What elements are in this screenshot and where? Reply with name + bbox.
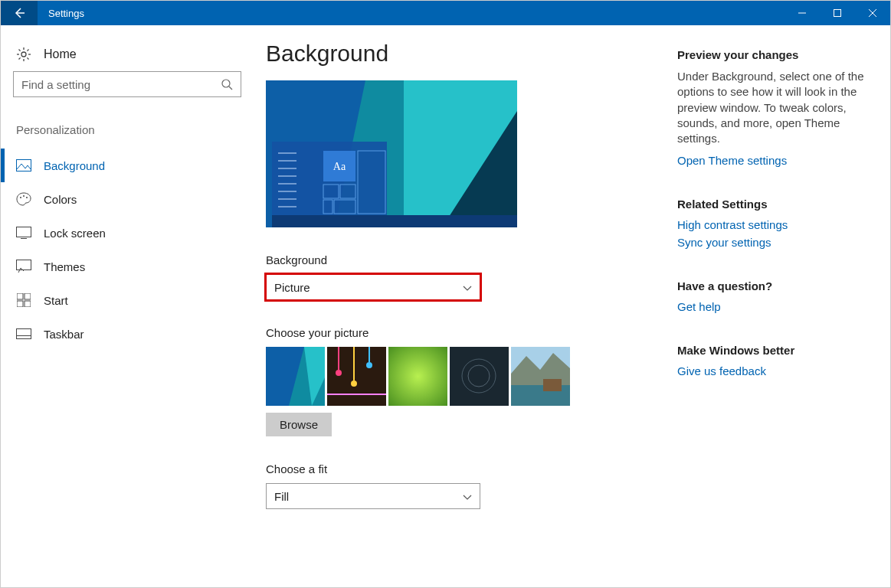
back-button[interactable]: [1, 1, 38, 25]
svg-line-9: [19, 50, 21, 51]
svg-point-54: [336, 370, 342, 376]
sidebar-item-label: Background: [44, 159, 105, 172]
sidebar-item-colors[interactable]: Colors: [13, 182, 241, 216]
picture-thumb-1[interactable]: [266, 347, 325, 406]
svg-point-16: [20, 197, 21, 198]
titlebar: Settings: [1, 1, 890, 25]
svg-rect-19: [17, 227, 31, 237]
maximize-button[interactable]: [820, 1, 855, 25]
sidebar-item-label: Colors: [44, 193, 77, 206]
svg-rect-67: [543, 379, 562, 391]
svg-point-4: [21, 52, 26, 57]
sidebar-item-lockscreen[interactable]: Lock screen: [13, 216, 241, 250]
picture-thumbnails: [266, 347, 677, 406]
start-icon: [16, 292, 31, 308]
svg-point-17: [23, 195, 25, 197]
picture-thumb-4[interactable]: [450, 347, 509, 406]
search-icon: [221, 78, 233, 90]
maximize-icon: [833, 8, 842, 18]
monitor-icon: [16, 225, 31, 240]
sidebar-item-label: Lock screen: [44, 227, 106, 240]
svg-rect-15: [17, 160, 31, 172]
svg-line-11: [27, 50, 28, 51]
picture-thumb-2[interactable]: [327, 347, 386, 406]
svg-line-12: [19, 57, 21, 59]
sidebar-item-label: Themes: [44, 260, 85, 273]
svg-rect-25: [25, 301, 31, 307]
sidebar-item-taskbar[interactable]: Taskbar: [13, 317, 241, 351]
svg-rect-60: [388, 347, 447, 406]
open-theme-settings-link[interactable]: Open Theme settings: [677, 154, 872, 167]
home-label: Home: [44, 47, 77, 61]
minimize-button[interactable]: [785, 1, 820, 25]
main-content: Background Aa: [254, 25, 677, 587]
sidebar: Home Find a setting Personalization Back…: [1, 25, 254, 587]
svg-rect-23: [25, 293, 31, 299]
sidebar-item-background[interactable]: Background: [13, 149, 241, 182]
sidebar-item-start[interactable]: Start: [13, 283, 241, 317]
picture-thumb-3[interactable]: [388, 347, 447, 406]
svg-rect-1: [834, 10, 841, 17]
svg-rect-26: [17, 329, 31, 339]
fit-dropdown[interactable]: Fill: [266, 483, 480, 509]
related-heading: Related Settings: [677, 198, 872, 211]
svg-line-10: [27, 57, 28, 59]
svg-point-13: [222, 80, 230, 87]
background-label: Background: [266, 253, 677, 266]
chevron-down-icon: [463, 490, 472, 503]
page-title: Background: [266, 41, 677, 67]
svg-point-58: [366, 362, 372, 368]
svg-rect-52: [327, 347, 386, 406]
preview-heading: Preview your changes: [677, 48, 872, 61]
choose-picture-label: Choose your picture: [266, 326, 677, 339]
window-title: Settings: [38, 8, 84, 19]
home-nav[interactable]: Home: [13, 42, 241, 71]
question-heading: Have a question?: [677, 279, 872, 292]
svg-point-56: [351, 381, 357, 387]
desktop-preview: Aa: [266, 80, 517, 227]
taskbar-icon: [16, 326, 31, 341]
feedback-link[interactable]: Give us feedback: [677, 364, 872, 377]
svg-rect-24: [17, 301, 23, 307]
palette-icon: [16, 191, 31, 207]
sync-settings-link[interactable]: Sync your settings: [677, 236, 872, 249]
svg-rect-34: [272, 215, 517, 227]
picture-icon: [16, 158, 31, 173]
search-input[interactable]: Find a setting: [13, 71, 241, 97]
gear-icon: [16, 47, 31, 62]
get-help-link[interactable]: Get help: [677, 300, 872, 313]
minimize-icon: [798, 8, 807, 18]
svg-rect-61: [450, 347, 509, 406]
background-dropdown[interactable]: Picture: [266, 274, 480, 300]
sidebar-item-themes[interactable]: Themes: [13, 250, 241, 283]
fit-dropdown-value: Fill: [274, 490, 289, 503]
arrow-left-icon: [13, 7, 25, 19]
right-panel: Preview your changes Under Background, s…: [677, 25, 890, 587]
settings-window: Settings Home Find a setting: [0, 0, 891, 588]
brush-icon: [16, 259, 31, 274]
preview-sample-text: Aa: [333, 161, 346, 172]
preview-description: Under Background, select one of the opti…: [677, 69, 872, 146]
picture-thumb-5[interactable]: [511, 347, 570, 406]
high-contrast-link[interactable]: High contrast settings: [677, 218, 872, 231]
browse-button[interactable]: Browse: [266, 413, 332, 436]
section-label: Personalization: [13, 119, 241, 149]
background-dropdown-value: Picture: [274, 281, 310, 294]
svg-line-14: [229, 87, 232, 90]
svg-rect-21: [17, 260, 31, 270]
chevron-down-icon: [463, 281, 472, 294]
svg-rect-27: [17, 336, 31, 339]
choose-fit-label: Choose a fit: [266, 462, 677, 475]
sidebar-item-label: Taskbar: [44, 328, 84, 341]
close-icon: [868, 8, 877, 18]
close-button[interactable]: [855, 1, 890, 25]
sidebar-item-label: Start: [44, 294, 68, 307]
better-heading: Make Windows better: [677, 344, 872, 357]
search-placeholder: Find a setting: [21, 78, 90, 91]
svg-rect-22: [17, 293, 23, 299]
svg-point-18: [26, 197, 28, 198]
